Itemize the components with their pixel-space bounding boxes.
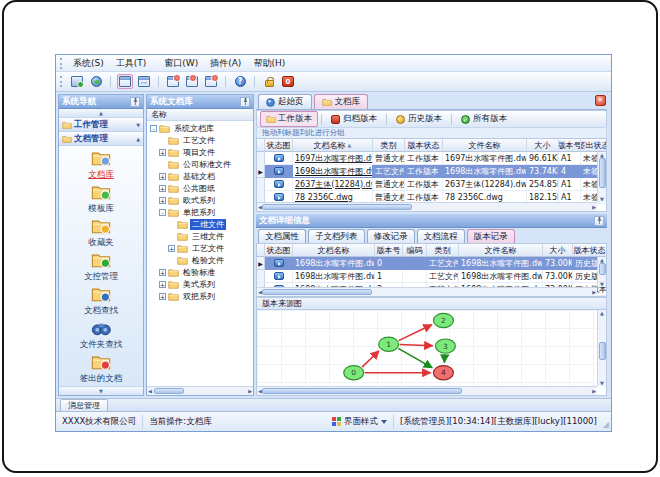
tree-node[interactable]: +检验标准: [147, 266, 253, 278]
monitor-icon[interactable]: [69, 74, 85, 89]
scroll-thumb[interactable]: [262, 204, 412, 210]
tab-message-management[interactable]: 消息管理: [60, 399, 108, 411]
window-grid-icon[interactable]: [136, 74, 152, 89]
tree-node[interactable]: 公司标准文件: [147, 158, 253, 170]
toolbar-grip[interactable]: [60, 76, 63, 87]
button-archive-version[interactable]: 归档版本: [325, 111, 383, 127]
tree-node[interactable]: +公共图纸: [147, 182, 253, 194]
expand-toggle-icon[interactable]: +: [159, 269, 166, 276]
tree-node[interactable]: +双把系列: [147, 290, 253, 302]
button-history-version[interactable]: 历史版本: [390, 111, 448, 127]
tree-node[interactable]: +美式系列: [147, 278, 253, 290]
scroll-right-icon[interactable]: ▶: [248, 388, 252, 394]
horizontal-scrollbar[interactable]: ◀▶: [257, 202, 597, 211]
sidebar-item-document-search[interactable]: 文档查找: [59, 286, 143, 317]
scroll-left-icon[interactable]: ◀: [148, 388, 152, 394]
tree-node[interactable]: 三维文件: [147, 230, 253, 242]
menu-item[interactable]: 插件(A): [204, 57, 247, 69]
column-header[interactable]: 编码: [403, 244, 427, 257]
column-header[interactable]: 签出状态: [581, 139, 607, 152]
sidebar-group-collapsed[interactable]: 工作管理▼: [59, 118, 143, 132]
tree-node[interactable]: +基础文档: [147, 170, 253, 182]
window-close-3-icon[interactable]: [203, 74, 219, 89]
column-header[interactable]: 版本号: [559, 139, 581, 152]
column-header[interactable]: 状态图: [265, 244, 293, 257]
graph-node-0[interactable]: 0: [344, 366, 364, 380]
scroll-up-icon[interactable]: ▲: [600, 310, 604, 316]
tree-node[interactable]: -系统文档库: [147, 122, 253, 134]
detail-tab[interactable]: 文档属性: [258, 229, 306, 243]
tab-active-document[interactable]: 文档库: [314, 94, 369, 109]
expand-toggle-icon[interactable]: +: [168, 245, 175, 252]
scroll-down-icon[interactable]: ▼: [600, 196, 604, 202]
tab-document[interactable]: 起始页: [258, 94, 312, 109]
close-icon[interactable]: ✕: [595, 95, 606, 106]
sidebar-item-document-library[interactable]: 文档库: [59, 150, 143, 181]
column-header[interactable]: 文件名称: [459, 244, 543, 257]
detail-tab[interactable]: 文档流程: [417, 229, 465, 243]
graph-node-4[interactable]: 4: [433, 366, 453, 380]
table-row[interactable]: 1697出水嘴零件图.dwg普通文档工作版本1697出水嘴零件图.dwg96.6…: [257, 152, 606, 165]
resize-grip[interactable]: ◢: [603, 420, 611, 431]
scroll-right-icon[interactable]: ▶: [592, 388, 596, 394]
tree-node[interactable]: +项目文件: [147, 146, 253, 158]
expand-toggle-icon[interactable]: +: [159, 281, 166, 288]
collapse-toggle-icon[interactable]: -: [159, 209, 166, 216]
column-header[interactable]: 类别: [373, 139, 405, 152]
column-header[interactable]: 状态图: [265, 139, 293, 152]
window-close-2-icon[interactable]: [184, 74, 200, 89]
scroll-thumb[interactable]: [599, 342, 606, 360]
sidebar-item-checked-out-docs[interactable]: 签出的文档: [59, 354, 143, 385]
column-header[interactable]: 文档名称▲: [293, 139, 373, 152]
table-row[interactable]: 1698出水嘴零件图.dwg1工艺文件1698出水嘴零件图.dwg73.00KB…: [257, 270, 606, 283]
vertical-scrollbar[interactable]: ▲▼: [597, 257, 606, 287]
vertical-scrollbar[interactable]: ▲▼: [597, 152, 606, 202]
help-icon[interactable]: [232, 74, 248, 89]
column-header[interactable]: 文档名称: [293, 244, 375, 257]
expand-toggle-icon[interactable]: +: [159, 293, 166, 300]
graph-node-3[interactable]: 3: [435, 339, 455, 353]
column-header[interactable]: 类别: [427, 244, 459, 257]
scroll-thumb[interactable]: [262, 289, 372, 295]
column-header[interactable]: 文件名称: [443, 139, 527, 152]
menu-item[interactable]: 帮助(H): [247, 57, 291, 69]
button-all-versions[interactable]: 所有版本: [455, 111, 513, 127]
pin-icon[interactable]: [240, 97, 250, 107]
sidebar-item-template-library[interactable]: 模板库: [59, 184, 143, 215]
globe-icon[interactable]: [88, 74, 104, 89]
collapse-toggle-icon[interactable]: -: [150, 125, 157, 132]
expand-toggle-icon[interactable]: +: [159, 185, 166, 192]
exit-icon[interactable]: [280, 74, 296, 89]
detail-tab[interactable]: 子文档列表: [308, 229, 365, 243]
sidebar-collapse-button[interactable]: ▲: [59, 109, 143, 118]
tree-node[interactable]: +欧式系列: [147, 194, 253, 206]
column-header[interactable]: 大小: [527, 139, 559, 152]
sidebar-item-favorites[interactable]: 收藏夹: [59, 218, 143, 249]
expand-toggle-icon[interactable]: +: [159, 173, 166, 180]
tree-node[interactable]: -单把系列: [147, 206, 253, 218]
tree-node[interactable]: +工艺文件: [147, 242, 253, 254]
tree-horizontal-scrollbar[interactable]: ◀▶: [147, 386, 253, 395]
sidebar-item-folder-search[interactable]: 文件夹查找: [59, 320, 143, 351]
tree-column-header[interactable]: 名称: [147, 109, 253, 121]
tree-node[interactable]: 二维文件: [147, 218, 253, 230]
scroll-thumb[interactable]: [262, 388, 462, 394]
detail-tab-active[interactable]: 版本记录: [467, 229, 515, 243]
column-header[interactable]: 版本号: [375, 244, 403, 257]
tree-node[interactable]: 工艺文件: [147, 134, 253, 146]
graph-node-1[interactable]: 1: [379, 337, 399, 351]
horizontal-scrollbar[interactable]: ◀▶: [257, 287, 597, 296]
expand-toggle-icon[interactable]: +: [159, 197, 166, 204]
menubar-grip[interactable]: [60, 58, 63, 69]
column-header[interactable]: 版本状态: [573, 244, 607, 257]
scroll-down-icon[interactable]: ▼: [600, 380, 604, 386]
scroll-thumb[interactable]: [154, 388, 184, 394]
style-selector[interactable]: 界面样式: [326, 415, 394, 429]
horizontal-scrollbar[interactable]: ◀▶: [257, 386, 597, 395]
detail-tab[interactable]: 修改记录: [367, 229, 415, 243]
table-row[interactable]: ▶1698出水嘴零件图.dwg工艺文件工作版本1698出水嘴零件图.dwg73.…: [257, 165, 606, 178]
lock-icon[interactable]: [261, 74, 277, 89]
sidebar-overflow-button[interactable]: ▼: [59, 386, 143, 395]
expand-toggle-icon[interactable]: +: [159, 149, 166, 156]
scroll-down-icon[interactable]: ▼: [600, 281, 604, 287]
